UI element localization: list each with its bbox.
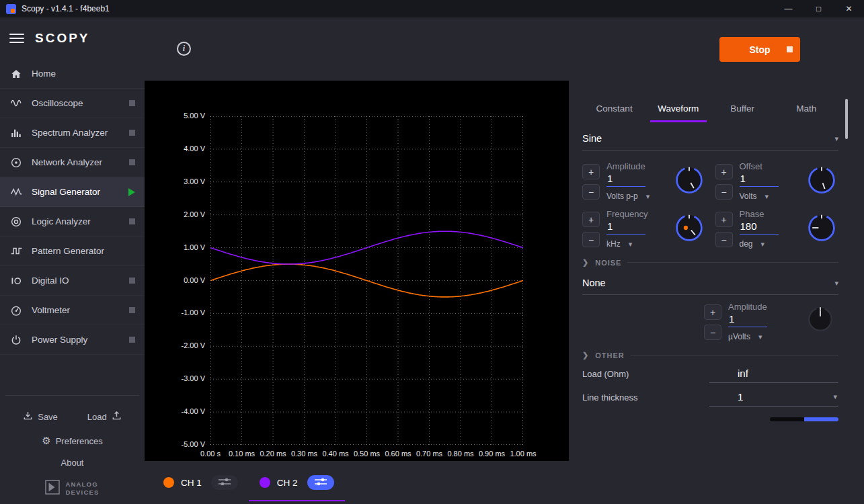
y-axis-tick-label: -2.00 V — [145, 341, 205, 349]
load-label: Load — [87, 412, 107, 422]
phase-increment-button[interactable]: + — [715, 212, 733, 227]
signal-generator-panel: ConstantWaveformBufferMath Sine ▾ +−Ampl… — [569, 81, 864, 487]
phase-knob[interactable] — [806, 209, 838, 246]
amplitude-value-input[interactable]: 1 — [606, 171, 645, 187]
chevron-down-icon: ▾ — [629, 240, 633, 249]
offset-value-input[interactable]: 1 — [740, 171, 779, 187]
preferences-button[interactable]: ⚙ Preferences — [0, 435, 145, 447]
amplitude-label: Amplitude — [606, 161, 668, 171]
frequency-decrement-button[interactable]: − — [582, 232, 600, 247]
info-icon[interactable]: i — [177, 42, 191, 56]
y-axis-tick-label: 5.00 V — [145, 112, 205, 120]
amplitude-decrement-button[interactable]: − — [582, 184, 600, 200]
frequency-control: +−Frequency1kHz▾ — [582, 209, 706, 249]
offset-decrement-button[interactable]: − — [715, 184, 733, 200]
sidebar-item-signal-generator[interactable]: Signal Generator — [0, 177, 145, 207]
stop-button[interactable]: Stop — [719, 37, 800, 62]
scopy-app-window: Scopy - v1.4.1 - f4beeb1 — □ ✕ SCOPY Hom… — [0, 0, 864, 504]
noise-type-select[interactable]: None ▾ — [582, 278, 838, 295]
oscilloscope-plot[interactable]: 5.00 V4.00 V3.00 V2.00 V1.00 V0.00 V-1.0… — [145, 81, 569, 461]
phase-decrement-button[interactable]: − — [715, 232, 733, 247]
sidebar-item-power-supply[interactable]: Power Supply — [0, 325, 145, 355]
chevron-down-icon: ▾ — [761, 240, 765, 249]
panel-scrollbar[interactable] — [845, 99, 848, 139]
chevron-right-icon: ❯ — [582, 351, 589, 360]
offset-unit-select[interactable]: Volts▾ — [740, 192, 801, 201]
phase-unit-select[interactable]: deg▾ — [740, 239, 801, 249]
amplitude-knob[interactable] — [674, 161, 706, 198]
y-axis-tick-label: 4.00 V — [145, 144, 205, 153]
frequency-steppers: +− — [582, 209, 601, 247]
power-supply-icon — [9, 333, 23, 347]
other-section-header[interactable]: ❯ OTHER — [582, 351, 838, 360]
channel-settings-toggle[interactable] — [211, 475, 238, 490]
about-button[interactable]: About — [0, 458, 145, 468]
frequency-increment-button[interactable]: + — [582, 212, 600, 227]
noise-amplitude-value-input[interactable]: 1 — [728, 312, 767, 327]
y-axis-tick-label: -3.00 V — [145, 374, 205, 382]
noise-amplitude-unit-select[interactable]: µVolts▾ — [728, 332, 801, 341]
noise-amplitude-label: Amplitude — [728, 302, 801, 312]
noise-amplitude-increment-button[interactable]: + — [704, 304, 721, 320]
sidebar-item-oscilloscope[interactable]: Oscilloscope — [0, 89, 145, 118]
noise-section-header[interactable]: ❯ NOISE — [582, 258, 838, 267]
line-thickness-select[interactable]: 1 ▾ — [709, 391, 838, 407]
frequency-value-input[interactable]: 1 — [606, 219, 645, 235]
waveform-type-select[interactable]: Sine ▾ — [582, 133, 838, 151]
sidebar-item-label: Network Analyzer — [32, 157, 102, 167]
hamburger-menu-icon[interactable] — [9, 34, 24, 43]
tool-stopped-indicator-icon — [129, 307, 135, 313]
save-load-row: Save Load — [0, 411, 145, 423]
pan-zoom-slider[interactable] — [770, 417, 838, 421]
channel-ch-1[interactable]: CH 1 — [153, 461, 249, 504]
tab-constant[interactable]: Constant — [582, 94, 646, 122]
tab-buffer[interactable]: Buffer — [711, 94, 775, 122]
sidebar-item-home[interactable]: Home — [0, 59, 145, 89]
maximize-button[interactable]: □ — [803, 0, 834, 17]
load-ohm-value: inf — [738, 368, 748, 379]
sidebar-item-label: Pattern Generator — [32, 246, 104, 256]
channel-ch-2[interactable]: CH 2 — [249, 461, 345, 504]
sidebar-item-spectrum-analyzer[interactable]: Spectrum Analyzer — [0, 118, 145, 148]
noise-amplitude-knob[interactable] — [806, 302, 838, 336]
tool-stopped-indicator-icon — [129, 159, 135, 165]
x-axis-tick-label: 0.60 ms — [382, 450, 414, 458]
tab-waveform[interactable]: Waveform — [646, 94, 710, 122]
title-bar[interactable]: Scopy - v1.4.1 - f4beeb1 — □ ✕ — [0, 0, 864, 17]
minimize-button[interactable]: — — [773, 0, 803, 17]
sidebar-item-pattern-generator[interactable]: Pattern Generator — [0, 237, 145, 266]
x-axis-tick-label: 0.40 ms — [319, 450, 352, 458]
noise-amplitude-decrement-button[interactable]: − — [704, 325, 721, 340]
sidebar-item-label: Power Supply — [32, 335, 87, 345]
offset-increment-button[interactable]: + — [715, 164, 733, 179]
load-ohm-field[interactable]: inf — [709, 368, 838, 383]
trace-ch-1 — [210, 264, 523, 297]
sidebar-item-logic-analyzer[interactable]: Logic Analyzer — [0, 207, 145, 237]
frequency-unit-select[interactable]: kHz▾ — [606, 239, 668, 249]
channel-label: CH 1 — [181, 478, 202, 488]
tab-math[interactable]: Math — [775, 94, 838, 122]
offset-knob[interactable] — [806, 161, 838, 198]
channel-settings-toggle[interactable] — [307, 475, 334, 490]
save-button[interactable]: Save — [23, 411, 58, 423]
frequency-knob[interactable] — [674, 209, 706, 246]
y-axis-tick-label: -5.00 V — [145, 440, 205, 448]
load-button[interactable]: Load — [87, 411, 122, 423]
sidebar-item-network-analyzer[interactable]: Network Analyzer — [0, 148, 145, 177]
sidebar-item-voltmeter[interactable]: Voltmeter — [0, 296, 145, 325]
y-axis-tick-label: -1.00 V — [145, 308, 205, 317]
amplitude-control: +−Amplitude1Volts p-p▾ — [582, 161, 706, 201]
header-strip: i Stop — [145, 17, 864, 81]
phase-value-input[interactable]: 180 — [740, 219, 779, 235]
amplitude-increment-button[interactable]: + — [582, 164, 600, 179]
sidebar-item-label: Voltmeter — [32, 305, 70, 315]
amplitude-unit-select[interactable]: Volts p-p▾ — [606, 192, 668, 201]
sidebar-item-digital-io[interactable]: Digital IO — [0, 266, 145, 296]
sliders-icon — [219, 478, 231, 488]
signal-generator-icon — [9, 185, 23, 199]
logic-analyzer-icon — [9, 215, 23, 228]
tool-running-indicator-icon — [128, 188, 135, 196]
close-button[interactable]: ✕ — [834, 0, 864, 17]
offset-control: +−Offset1Volts▾ — [715, 161, 839, 201]
load-ohm-label: Load (Ohm) — [582, 369, 629, 383]
